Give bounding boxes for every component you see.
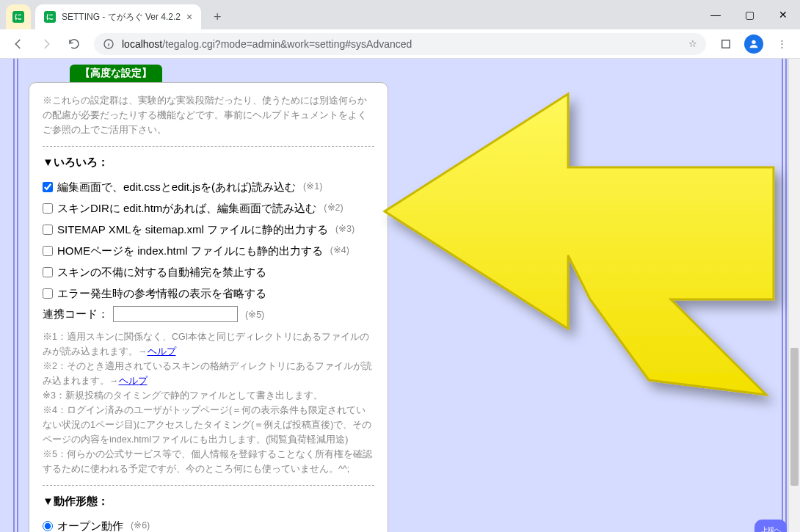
intro-note: ※これらの設定群は、実験的な実装段階だったり、使うためには別途何らかの配慮が必要…: [43, 93, 374, 137]
url-text: localhost/tegalog.cgi?mode=admin&work=se…: [122, 38, 412, 50]
star-icon[interactable]: ☆: [688, 38, 697, 49]
new-tab-button[interactable]: +: [207, 7, 228, 27]
option-edit-htm[interactable]: スキンDIRに edit.htmがあれば、編集画面で読み込む (※2): [43, 198, 374, 218]
tab-title: SETTING - てがろぐ Ver 4.2.2: [62, 11, 181, 23]
scroll-top-label: 上端へ: [761, 527, 781, 533]
advanced-settings-card: ※これらの設定群は、実験的な実装段階だったり、使うためには別途何らかの配慮が必要…: [29, 82, 388, 532]
avatar-icon: [744, 34, 763, 54]
option-skin-autocomplete[interactable]: スキンの不備に対する自動補完を禁止する: [43, 262, 374, 282]
svg-point-4: [752, 40, 755, 43]
option-edit-css-js[interactable]: 編集画面で、edit.cssとedit.jsを(あれば)読み込む (※1): [43, 177, 374, 197]
option-sitemap-xml[interactable]: SITEMAP XMLを sitemap.xml ファイルに静的出力する (※3…: [43, 219, 374, 239]
extension-icon: [719, 37, 732, 51]
scroll-top-button[interactable]: 上端へ ▲: [754, 520, 787, 532]
back-button[interactable]: [6, 32, 31, 57]
address-bar[interactable]: localhost/tegalog.cgi?mode=admin&work=se…: [94, 33, 706, 55]
checkbox-edit-css-js[interactable]: [43, 182, 53, 192]
scrollbar-thumb[interactable]: [790, 348, 799, 486]
footnotes: ※1：適用スキンに関係なく、CGI本体と同じディレクトリにあるファイルのみが読み…: [43, 329, 374, 476]
menu-button[interactable]: ⋮: [769, 32, 794, 57]
radio-open-mode[interactable]: [43, 521, 53, 531]
link-code-input[interactable]: [113, 306, 238, 322]
section-title: 【高度な設定】: [70, 65, 162, 82]
close-icon[interactable]: ×: [186, 11, 192, 23]
option-open-mode[interactable]: オープン動作 (※6): [43, 516, 374, 532]
reload-icon: [68, 37, 81, 51]
checkbox-edit-htm[interactable]: [43, 203, 53, 214]
help-link-1[interactable]: ヘルプ: [148, 346, 176, 357]
browser-tabstrip: に に SETTING - てがろぐ Ver 4.2.2 × + — ▢ ✕: [0, 0, 800, 29]
favicon-icon: に: [12, 11, 24, 23]
minimize-button[interactable]: —: [699, 0, 732, 29]
checkbox-sitemap-xml[interactable]: [43, 225, 53, 235]
help-link-2[interactable]: ヘルプ: [119, 376, 148, 386]
profile-button[interactable]: [741, 32, 766, 57]
divider: [43, 146, 374, 147]
forward-button[interactable]: [34, 32, 59, 57]
link-code-field: 連携コード： (※5): [43, 306, 374, 322]
extensions-button[interactable]: [713, 32, 738, 57]
info-icon: [103, 38, 114, 50]
pinned-tab[interactable]: に: [6, 4, 31, 29]
divider: [43, 485, 374, 486]
group-heading-misc: ▼いろいろ：: [43, 156, 374, 170]
close-window-button[interactable]: ✕: [766, 0, 800, 29]
option-index-html[interactable]: HOMEページを index.html ファイルにも静的出力する (※4): [43, 241, 374, 260]
scrollbar[interactable]: [788, 59, 800, 532]
arrow-right-icon: [40, 37, 53, 51]
link-code-label: 連携コード：: [43, 307, 109, 321]
option-error-info[interactable]: エラー発生時の参考情報の表示を省略する: [43, 283, 374, 303]
kebab-icon: ⋮: [777, 38, 787, 49]
group-heading-mode: ▼動作形態：: [43, 495, 374, 509]
svg-rect-3: [722, 40, 730, 48]
reload-button[interactable]: [62, 32, 87, 57]
browser-toolbar: localhost/tegalog.cgi?mode=admin&work=se…: [0, 29, 800, 59]
favicon-icon: に: [44, 11, 56, 23]
checkbox-index-html[interactable]: [43, 246, 53, 256]
checkbox-skin-autocomplete[interactable]: [43, 267, 53, 277]
maximize-button[interactable]: ▢: [732, 0, 766, 29]
browser-tab[interactable]: に SETTING - てがろぐ Ver 4.2.2 ×: [35, 4, 201, 29]
arrow-left-icon: [12, 37, 25, 51]
checkbox-error-info[interactable]: [43, 288, 53, 299]
